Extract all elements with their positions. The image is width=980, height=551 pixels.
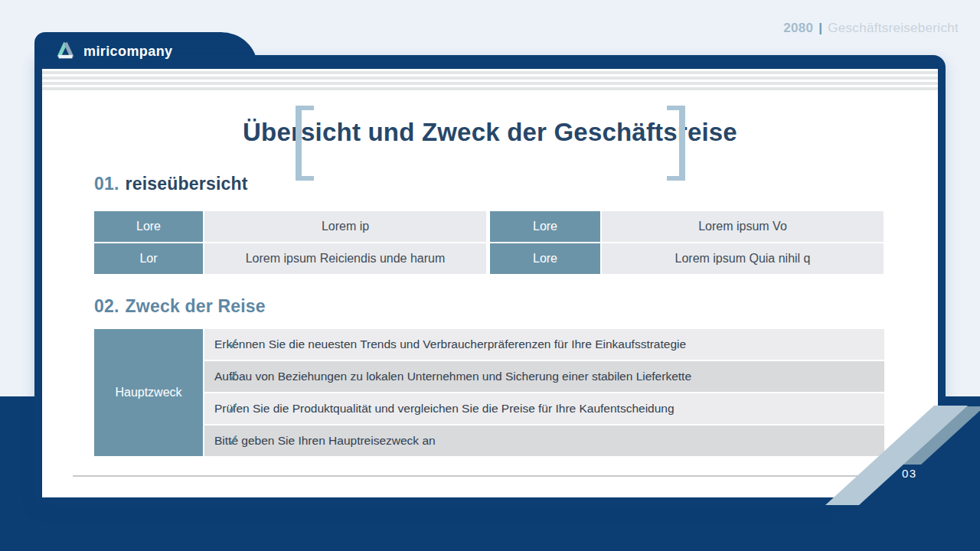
brand-logo: miricompany [55,41,172,63]
overview-header-cell: Lore [94,211,203,242]
table-row: Lor Lorem ipsum Reiciendis unde harum Lo… [94,243,884,274]
bracket-right-icon [667,106,685,181]
purpose-item-text: Prüfen Sie die Produktqualität und vergl… [214,402,675,416]
check-icon: ✓ [226,399,240,418]
triangle-logo-icon [55,41,76,63]
slide-card: Übersicht und Zweck der Geschäftsreise 0… [34,55,946,505]
purpose-row-header: Hauptzweck [94,329,203,456]
header-separator: | [818,21,822,35]
slide-card-body: Übersicht und Zweck der Geschäftsreise 0… [42,69,938,497]
check-icon: ✓ [226,367,240,386]
section-1-number: 01. [94,174,119,194]
list-item: Aufbau von Beziehungen zu lokalen Untern… [204,361,884,392]
overview-value-cell: Lorem ipsum Quia nihil q [602,243,884,274]
check-icon: ✓ [226,431,240,450]
list-item: Erkennen Sie die neuesten Trends und Ver… [204,329,884,360]
bracket-left-icon [296,106,314,181]
check-icon: ✓ [226,334,240,354]
ruled-lines-decoration [42,71,938,91]
document-title: Geschäftsreisebericht [828,21,959,35]
overview-table: Lore Lorem ip Lore Lorem ipsum Vo Lor Lo… [94,211,884,276]
overview-header-cell: Lore [490,211,600,242]
overview-header-cell: Lor [94,243,203,274]
section-2-number: 02. [94,296,119,316]
purpose-item-text: Aufbau von Beziehungen zu lokalen Untern… [214,370,691,383]
section-1-title: reiseübersicht [126,174,248,194]
slide-canvas: 2080|Geschäftsreisebericht miricompany Ü… [0,0,980,551]
overview-value-cell: Lorem ip [204,211,486,242]
table-row: Lore Lorem ip Lore Lorem ipsum Vo [94,211,884,242]
purpose-rows: Erkennen Sie die neuesten Trends und Ver… [204,329,884,456]
section-2-title: Zweck der Reise [126,296,266,316]
purpose-item-text: Bitte geben Sie Ihren Hauptreisezweck an [214,434,436,448]
document-year: 2080 [783,21,813,35]
overview-value-cell: Lorem ipsum Vo [602,211,884,242]
overview-value-cell: Lorem ipsum Reiciendis unde harum [204,243,486,274]
footer-divider [73,475,884,477]
list-item: Prüfen Sie die Produktqualität und vergl… [204,393,884,424]
list-item: Bitte geben Sie Ihren Hauptreisezweck an… [204,425,884,456]
slide-title: Übersicht und Zweck der Geschäftsreise [42,118,938,147]
purpose-table: Hauptzweck Erkennen Sie die neuesten Tre… [94,329,884,456]
brand-name: miricompany [83,44,172,60]
document-header: 2080|Geschäftsreisebericht [783,21,959,36]
overview-header-cell: Lore [490,243,600,274]
purpose-item-text: Erkennen Sie die neuesten Trends und Ver… [214,337,686,351]
section-2-heading: 02.Zweck der Reise [94,296,266,317]
section-1-heading: 01.reiseübersicht [94,174,248,194]
